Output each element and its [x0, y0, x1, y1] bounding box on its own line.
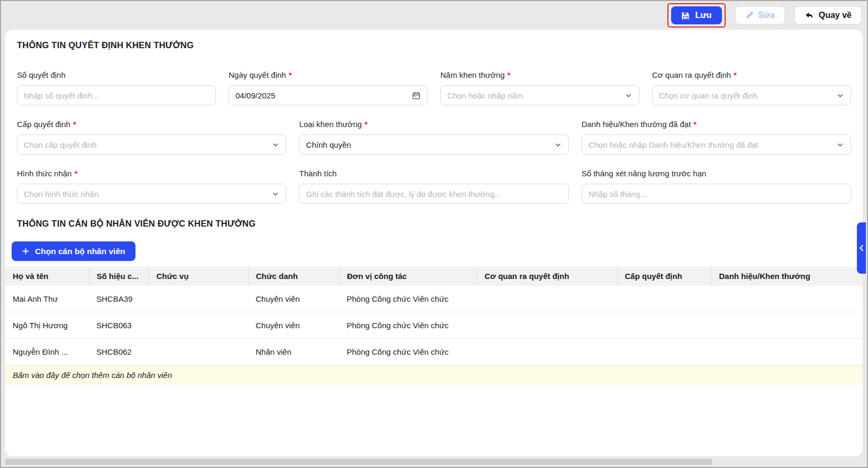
- field-label: Loại khen thưởng: [299, 120, 361, 129]
- employee-table: Họ và tên Số hiệu c... Chức vụ Chức danh…: [5, 266, 863, 365]
- calendar-icon[interactable]: [412, 91, 421, 100]
- decision-number-input-wrap: [17, 85, 216, 105]
- add-more-employees-hint[interactable]: Bấm vào đây để chọn thêm cán bộ nhân viê…: [5, 365, 863, 385]
- field-label: Thành tích: [299, 169, 337, 178]
- field-label: Số quyết định: [17, 70, 66, 79]
- field-hinh-thuc-nhan: Hình thức nhận * Chọn hình thức nhận: [17, 169, 286, 204]
- cell-code: SHCB063: [89, 312, 149, 339]
- cell-agency: [477, 286, 617, 312]
- col-header-co-quan-ra-quyet-dinh: Cơ quan ra quyết định: [477, 266, 617, 286]
- cell-position: [149, 339, 248, 365]
- col-header-danh-hieu: Danh hiệu/Khen thưởng: [711, 266, 863, 286]
- main-card: THÔNG TIN QUYÊT ĐỊNH KHEN THƯỞNG Số quyế…: [5, 30, 863, 456]
- achievement-input-wrap: [299, 184, 568, 204]
- table-row[interactable]: Ngô Thị Hương SHCB063 Chuyên viên Phòng …: [5, 312, 863, 339]
- months-input[interactable]: [589, 190, 844, 199]
- receive-form-select[interactable]: Chọn hình thức nhận: [17, 184, 286, 204]
- select-placeholder: Chọn hình thức nhận: [24, 190, 267, 199]
- cell-award: [711, 339, 863, 365]
- save-button-label: Lưu: [695, 11, 711, 20]
- decision-number-input[interactable]: [24, 91, 209, 100]
- months-input-wrap: [582, 184, 851, 204]
- cell-agency: [477, 312, 617, 339]
- col-header-chuc-danh: Chức danh: [248, 266, 339, 286]
- cell-level: [617, 286, 711, 312]
- chevron-down-icon: [625, 92, 632, 100]
- field-label: Danh hiệu/Khen thưởng đã đạt: [582, 120, 691, 129]
- cell-unit: Phòng Công chức Viên chức: [339, 286, 477, 312]
- cell-unit: Phòng Công chức Viên chức: [339, 312, 477, 339]
- chevron-down-icon: [554, 141, 562, 149]
- field-so-thang-nang-luong: Số tháng xét nâng lương trước hạn: [582, 169, 851, 204]
- field-ngay-quyet-dinh: Ngày quyết định *: [229, 70, 428, 105]
- required-mark: *: [734, 70, 737, 79]
- cell-position: [149, 286, 248, 312]
- decision-level-select[interactable]: Chọn cấp quyết định: [17, 134, 286, 155]
- cell-level: [617, 339, 711, 365]
- col-header-so-hieu: Số hiệu c...: [89, 266, 149, 286]
- select-placeholder: Chọn cấp quyết định: [24, 140, 267, 149]
- select-placeholder: Chọn hoặc nhập Danh hiệu/Khen thưởng đã …: [589, 140, 832, 149]
- table-row[interactable]: Mai Anh Thư SHCBA39 Chuyên viên Phòng Cô…: [5, 286, 863, 312]
- employee-actions: Chọn cán bộ nhân viên: [5, 241, 863, 261]
- save-button-highlight-box: Lưu: [667, 3, 725, 28]
- required-mark: *: [693, 120, 697, 129]
- cell-award: [711, 312, 863, 339]
- select-value: Chính quyền: [306, 140, 549, 149]
- decision-date-input[interactable]: [236, 91, 408, 100]
- col-header-chuc-vu: Chức vụ: [149, 266, 248, 286]
- back-button[interactable]: Quay về: [794, 6, 862, 24]
- add-employee-button[interactable]: Chọn cán bộ nhân viên: [12, 241, 135, 261]
- decision-section-title: THÔNG TIN QUYÊT ĐỊNH KHEN THƯỞNG: [17, 40, 851, 50]
- cell-title: Nhân viên: [248, 339, 339, 365]
- save-button[interactable]: Lưu: [671, 6, 721, 24]
- cell-code: SHCB062: [89, 339, 149, 365]
- field-so-quyet-dinh: Số quyết định: [17, 70, 216, 105]
- col-header-ho-va-ten: Họ và tên: [5, 266, 89, 286]
- col-header-cap-quyet-dinh: Cấp quyết định: [617, 266, 711, 286]
- award-type-select[interactable]: Chính quyền: [299, 134, 568, 155]
- select-placeholder: Chọn hoặc nhập năm: [447, 91, 620, 100]
- award-year-select[interactable]: Chọn hoặc nhập năm: [440, 85, 639, 105]
- chevron-down-icon: [272, 141, 279, 149]
- field-label: Cơ quan ra quyết định: [652, 70, 731, 79]
- edit-button[interactable]: Sửa: [735, 6, 785, 24]
- issuing-agency-select[interactable]: Chọn cơ quan ra quyết định: [652, 85, 851, 105]
- horizontal-scrollbar-thumb[interactable]: [5, 459, 712, 465]
- cell-name: Ngô Thị Hương: [5, 312, 89, 339]
- field-loai-khen-thuong: Loại khen thưởng * Chính quyền: [299, 120, 568, 155]
- required-mark: *: [508, 70, 511, 79]
- pencil-icon: [745, 11, 754, 20]
- field-label: Số tháng xét nâng lương trước hạn: [582, 169, 707, 178]
- required-mark: *: [288, 70, 292, 79]
- achieved-title-select[interactable]: Chọn hoặc nhập Danh hiệu/Khen thưởng đã …: [582, 134, 851, 155]
- back-button-label: Quay về: [819, 11, 852, 20]
- achievement-input[interactable]: [306, 190, 562, 199]
- award-decision-page: { "ui": { "required_mark": "*" }, "color…: [0, 0, 868, 468]
- required-mark: *: [73, 120, 76, 129]
- cell-name: Nguyễn Đình ...: [5, 339, 89, 365]
- field-thanh-tich: Thành tích: [299, 169, 568, 204]
- employee-section-title: THÔNG TIN CÁN BỘ NHÂN VIÊN ĐƯỢC KHEN THƯ…: [17, 219, 851, 229]
- decision-date-input-wrap: [229, 85, 428, 105]
- field-danh-hieu: Danh hiệu/Khen thưởng đã đạt * Chọn hoặc…: [582, 120, 851, 155]
- cell-code: SHCBA39: [89, 286, 149, 312]
- cell-position: [149, 312, 248, 339]
- cell-unit: Phòng Công chức Viên chức: [339, 339, 477, 365]
- field-label: Cấp quyết định: [17, 120, 70, 129]
- field-nam-khen-thuong: Năm khen thưởng * Chọn hoặc nhập năm: [440, 70, 639, 105]
- cell-level: [617, 312, 711, 339]
- select-placeholder: Chọn cơ quan ra quyết định: [659, 91, 832, 100]
- side-panel-toggle[interactable]: [857, 222, 866, 274]
- field-label: Hình thức nhận: [17, 169, 71, 178]
- edit-button-label: Sửa: [758, 11, 775, 20]
- employee-table-header-row: Họ và tên Số hiệu c... Chức vụ Chức danh…: [5, 266, 863, 286]
- field-cap-quyet-dinh: Cấp quyết định * Chọn cấp quyết định: [17, 120, 286, 155]
- table-row[interactable]: Nguyễn Đình ... SHCB062 Nhân viên Phòng …: [5, 339, 863, 365]
- col-header-don-vi-cong-tac: Đơn vị công tác: [339, 266, 477, 286]
- cell-title: Chuyên viên: [248, 312, 339, 339]
- horizontal-scrollbar[interactable]: [5, 459, 864, 465]
- required-mark: *: [365, 120, 368, 129]
- cell-title: Chuyên viên: [248, 286, 339, 312]
- chevron-down-icon: [272, 190, 279, 198]
